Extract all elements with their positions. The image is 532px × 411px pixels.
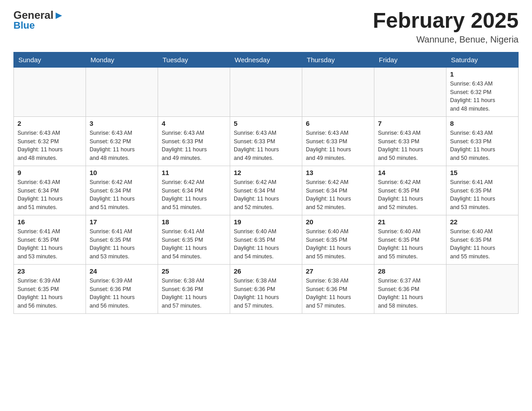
day-info: Sunrise: 6:43 AM Sunset: 6:33 PM Dayligh…: [306, 129, 370, 163]
calendar-cell: 7Sunrise: 6:43 AM Sunset: 6:33 PM Daylig…: [374, 116, 446, 166]
calendar-body: 1Sunrise: 6:43 AM Sunset: 6:32 PM Daylig…: [14, 67, 519, 313]
day-number: 24: [90, 267, 154, 275]
day-number: 23: [17, 267, 82, 275]
day-info: Sunrise: 6:40 AM Sunset: 6:35 PM Dayligh…: [378, 227, 442, 261]
calendar-cell: 8Sunrise: 6:43 AM Sunset: 6:33 PM Daylig…: [446, 116, 519, 166]
day-info: Sunrise: 6:42 AM Sunset: 6:34 PM Dayligh…: [234, 178, 298, 212]
day-info: Sunrise: 6:42 AM Sunset: 6:35 PM Dayligh…: [378, 178, 442, 212]
calendar-cell: 3Sunrise: 6:43 AM Sunset: 6:32 PM Daylig…: [86, 116, 158, 166]
day-of-week-saturday: Saturday: [446, 52, 519, 67]
day-info: Sunrise: 6:38 AM Sunset: 6:36 PM Dayligh…: [234, 277, 298, 310]
calendar-cell: [86, 67, 158, 116]
day-number: 19: [234, 218, 298, 226]
day-of-week-thursday: Thursday: [302, 52, 374, 67]
calendar-cell: [374, 67, 446, 116]
calendar-cell: [14, 67, 86, 116]
day-number: 20: [306, 218, 370, 226]
calendar-cell: 15Sunrise: 6:41 AM Sunset: 6:35 PM Dayli…: [446, 166, 519, 215]
title-block: February 2025 Wannune, Benue, Nigeria: [373, 9, 519, 45]
day-number: 3: [90, 120, 154, 127]
calendar-cell: 10Sunrise: 6:42 AM Sunset: 6:34 PM Dayli…: [86, 166, 158, 215]
day-number: 10: [90, 169, 154, 176]
day-of-week-monday: Monday: [86, 52, 158, 67]
calendar-cell: [302, 67, 374, 116]
day-of-week-sunday: Sunday: [14, 52, 86, 67]
day-number: 2: [17, 120, 82, 127]
day-info: Sunrise: 6:41 AM Sunset: 6:35 PM Dayligh…: [90, 227, 154, 261]
calendar-cell: 13Sunrise: 6:42 AM Sunset: 6:34 PM Dayli…: [302, 166, 374, 215]
day-number: 15: [450, 169, 515, 176]
day-info: Sunrise: 6:42 AM Sunset: 6:34 PM Dayligh…: [162, 178, 226, 212]
day-info: Sunrise: 6:37 AM Sunset: 6:36 PM Dayligh…: [378, 277, 442, 310]
day-info: Sunrise: 6:43 AM Sunset: 6:32 PM Dayligh…: [17, 129, 82, 163]
calendar-cell: 28Sunrise: 6:37 AM Sunset: 6:36 PM Dayli…: [374, 264, 446, 313]
calendar-cell: 22Sunrise: 6:40 AM Sunset: 6:35 PM Dayli…: [446, 215, 519, 264]
day-number: 1: [450, 70, 515, 78]
day-info: Sunrise: 6:40 AM Sunset: 6:35 PM Dayligh…: [306, 227, 370, 261]
logo-blue-text: Blue: [13, 20, 35, 31]
calendar-cell: [446, 264, 519, 313]
day-number: 11: [162, 169, 226, 176]
calendar-table: SundayMondayTuesdayWednesdayThursdayFrid…: [13, 52, 519, 314]
day-info: Sunrise: 6:39 AM Sunset: 6:36 PM Dayligh…: [90, 277, 154, 310]
day-info: Sunrise: 6:38 AM Sunset: 6:36 PM Dayligh…: [306, 277, 370, 310]
day-number: 7: [378, 120, 442, 127]
day-info: Sunrise: 6:43 AM Sunset: 6:33 PM Dayligh…: [162, 129, 226, 163]
day-number: 18: [162, 218, 226, 226]
calendar-cell: 17Sunrise: 6:41 AM Sunset: 6:35 PM Dayli…: [86, 215, 158, 264]
day-info: Sunrise: 6:43 AM Sunset: 6:33 PM Dayligh…: [450, 129, 515, 163]
calendar-cell: [158, 67, 230, 116]
day-number: 28: [378, 267, 442, 275]
week-row-3: 9Sunrise: 6:43 AM Sunset: 6:34 PM Daylig…: [14, 166, 519, 215]
day-number: 5: [234, 120, 298, 127]
day-number: 6: [306, 120, 370, 127]
calendar-cell: 18Sunrise: 6:41 AM Sunset: 6:35 PM Dayli…: [158, 215, 230, 264]
page-header: General► Blue February 2025 Wannune, Ben…: [13, 9, 519, 45]
calendar-cell: 1Sunrise: 6:43 AM Sunset: 6:32 PM Daylig…: [446, 67, 519, 116]
day-number: 21: [378, 218, 442, 226]
calendar-cell: [230, 67, 302, 116]
calendar-cell: 6Sunrise: 6:43 AM Sunset: 6:33 PM Daylig…: [302, 116, 374, 166]
calendar-cell: 20Sunrise: 6:40 AM Sunset: 6:35 PM Dayli…: [302, 215, 374, 264]
day-number: 27: [306, 267, 370, 275]
calendar-cell: 16Sunrise: 6:41 AM Sunset: 6:35 PM Dayli…: [14, 215, 86, 264]
calendar-cell: 2Sunrise: 6:43 AM Sunset: 6:32 PM Daylig…: [14, 116, 86, 166]
logo: General► Blue: [13, 9, 64, 31]
week-row-5: 23Sunrise: 6:39 AM Sunset: 6:35 PM Dayli…: [14, 264, 519, 313]
day-number: 12: [234, 169, 298, 176]
day-info: Sunrise: 6:42 AM Sunset: 6:34 PM Dayligh…: [306, 178, 370, 212]
day-number: 14: [378, 169, 442, 176]
week-row-2: 2Sunrise: 6:43 AM Sunset: 6:32 PM Daylig…: [14, 116, 519, 166]
day-info: Sunrise: 6:38 AM Sunset: 6:36 PM Dayligh…: [162, 277, 226, 310]
calendar-cell: 21Sunrise: 6:40 AM Sunset: 6:35 PM Dayli…: [374, 215, 446, 264]
calendar-cell: 9Sunrise: 6:43 AM Sunset: 6:34 PM Daylig…: [14, 166, 86, 215]
day-of-week-tuesday: Tuesday: [158, 52, 230, 67]
day-info: Sunrise: 6:41 AM Sunset: 6:35 PM Dayligh…: [450, 178, 515, 212]
calendar-cell: 11Sunrise: 6:42 AM Sunset: 6:34 PM Dayli…: [158, 166, 230, 215]
day-of-week-friday: Friday: [374, 52, 446, 67]
day-number: 4: [162, 120, 226, 127]
calendar-cell: 14Sunrise: 6:42 AM Sunset: 6:35 PM Dayli…: [374, 166, 446, 215]
calendar-cell: 24Sunrise: 6:39 AM Sunset: 6:36 PM Dayli…: [86, 264, 158, 313]
calendar-cell: 27Sunrise: 6:38 AM Sunset: 6:36 PM Dayli…: [302, 264, 374, 313]
calendar-cell: 4Sunrise: 6:43 AM Sunset: 6:33 PM Daylig…: [158, 116, 230, 166]
day-number: 17: [90, 218, 154, 226]
week-row-1: 1Sunrise: 6:43 AM Sunset: 6:32 PM Daylig…: [14, 67, 519, 116]
calendar-cell: 23Sunrise: 6:39 AM Sunset: 6:35 PM Dayli…: [14, 264, 86, 313]
calendar-cell: 5Sunrise: 6:43 AM Sunset: 6:33 PM Daylig…: [230, 116, 302, 166]
calendar-cell: 19Sunrise: 6:40 AM Sunset: 6:35 PM Dayli…: [230, 215, 302, 264]
day-info: Sunrise: 6:43 AM Sunset: 6:33 PM Dayligh…: [378, 129, 442, 163]
day-number: 8: [450, 120, 515, 127]
day-info: Sunrise: 6:43 AM Sunset: 6:33 PM Dayligh…: [234, 129, 298, 163]
calendar-cell: 25Sunrise: 6:38 AM Sunset: 6:36 PM Dayli…: [158, 264, 230, 313]
day-number: 9: [17, 169, 82, 176]
day-info: Sunrise: 6:39 AM Sunset: 6:35 PM Dayligh…: [17, 277, 82, 310]
day-info: Sunrise: 6:40 AM Sunset: 6:35 PM Dayligh…: [450, 227, 515, 261]
day-info: Sunrise: 6:40 AM Sunset: 6:35 PM Dayligh…: [234, 227, 298, 261]
day-info: Sunrise: 6:43 AM Sunset: 6:32 PM Dayligh…: [450, 80, 515, 113]
day-info: Sunrise: 6:41 AM Sunset: 6:35 PM Dayligh…: [17, 227, 82, 261]
calendar-cell: 26Sunrise: 6:38 AM Sunset: 6:36 PM Dayli…: [230, 264, 302, 313]
calendar-header: SundayMondayTuesdayWednesdayThursdayFrid…: [14, 52, 519, 67]
day-info: Sunrise: 6:43 AM Sunset: 6:32 PM Dayligh…: [90, 129, 154, 163]
days-of-week-row: SundayMondayTuesdayWednesdayThursdayFrid…: [14, 52, 519, 67]
